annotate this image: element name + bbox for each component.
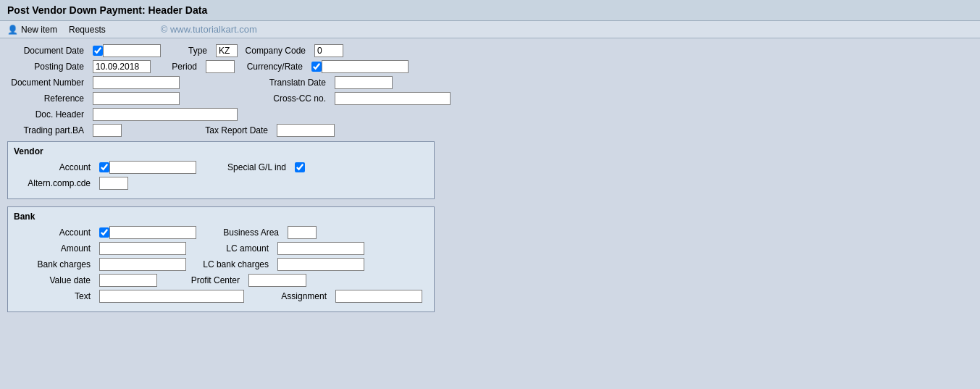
reference-label: Reference: [7, 93, 87, 104]
vendor-account-row: Account Special G/L ind: [14, 161, 428, 174]
page-title: Post Vendor Down Payment: Header Data: [7, 4, 207, 16]
bank-account-checkbox[interactable]: [99, 227, 109, 238]
bank-amount-row: Amount LC amount: [14, 242, 428, 255]
vendor-account-label: Account: [14, 162, 93, 172]
vendor-account-checkbox[interactable]: [99, 162, 109, 172]
tax-report-date-label: Tax Report Date: [162, 125, 271, 135]
period-label: Period: [156, 62, 200, 72]
trading-part-label: Trading part.BA: [7, 125, 87, 135]
text-label: Text: [14, 291, 93, 301]
bank-value-date-row: Value date Profit Center: [14, 274, 428, 287]
posting-date-input[interactable]: [93, 60, 151, 73]
company-code-input[interactable]: [314, 44, 343, 57]
vendor-altern-row: Altern.comp.cde: [14, 177, 428, 190]
value-date-label: Value date: [14, 275, 93, 285]
document-date-input[interactable]: [103, 44, 161, 57]
special-gl-label: Special G/L ind: [217, 162, 289, 172]
document-date-checkbox-cell: [93, 44, 161, 57]
lc-bank-charges-input[interactable]: [277, 258, 364, 271]
tax-report-date-input[interactable]: [277, 124, 335, 137]
title-bar: Post Vendor Down Payment: Header Data: [0, 0, 980, 21]
altern-input[interactable]: [99, 177, 128, 190]
person-icon: 👤: [7, 25, 18, 35]
toolbar: 👤 New item Requests © www.tutorialkart.c…: [0, 21, 980, 38]
text-input[interactable]: [99, 290, 244, 303]
translatn-date-input[interactable]: [335, 76, 393, 89]
vendor-section-title: Vendor: [14, 146, 428, 156]
bank-account-input[interactable]: [109, 226, 196, 239]
company-code-label: Company Code: [243, 46, 309, 56]
row-posting-date: Posting Date Period Currency/Rate: [7, 60, 973, 73]
row-document-date: Document Date Type Company Code: [7, 44, 973, 57]
requests-button[interactable]: Requests: [69, 25, 106, 35]
watermark: © www.tutorialkart.com: [161, 24, 257, 35]
reference-input[interactable]: [93, 92, 180, 105]
currency-rate-checkbox[interactable]: [311, 62, 322, 72]
vendor-account-input[interactable]: [109, 161, 196, 174]
new-item-button[interactable]: 👤 New item: [7, 25, 57, 35]
business-area-label: Business Area: [209, 227, 282, 238]
amount-input[interactable]: [99, 242, 186, 255]
assignment-label: Assignment: [257, 291, 330, 301]
cross-cc-label: Cross-CC no.: [220, 93, 329, 104]
cross-cc-input[interactable]: [335, 92, 451, 105]
bank-section-title: Bank: [14, 212, 428, 222]
bank-text-row: Text Assignment: [14, 290, 428, 303]
assignment-input[interactable]: [335, 290, 422, 303]
amount-label: Amount: [14, 243, 93, 254]
profit-center-label: Profit Center: [170, 275, 243, 285]
altern-label: Altern.comp.cde: [14, 178, 93, 188]
document-number-label: Document Number: [7, 78, 87, 88]
vendor-account-checkbox-cell: [99, 161, 196, 174]
vendor-section: Vendor Account Special G/L ind Altern.co…: [7, 141, 435, 199]
document-date-label: Document Date: [7, 46, 87, 56]
profit-center-input[interactable]: [248, 274, 306, 287]
doc-header-label: Doc. Header: [7, 109, 87, 120]
bank-charges-label: Bank charges: [14, 259, 93, 269]
main-content: Document Date Type Company Code Posting …: [0, 38, 980, 325]
bank-charges-input[interactable]: [99, 258, 186, 271]
translatn-date-label: Translatn Date: [220, 78, 329, 88]
currency-rate-input[interactable]: [322, 60, 409, 73]
row-trading-part: Trading part.BA Tax Report Date: [7, 124, 973, 137]
type-input[interactable]: [216, 44, 238, 57]
bank-account-row: Account Business Area: [14, 226, 428, 239]
lc-amount-input[interactable]: [277, 242, 364, 255]
row-doc-header: Doc. Header: [7, 108, 973, 121]
document-date-checkbox[interactable]: [93, 46, 103, 56]
lc-amount-label: LC amount: [199, 243, 272, 254]
posting-date-label: Posting Date: [7, 62, 87, 72]
currency-rate-checkbox-cell: [311, 60, 409, 73]
bank-charges-row: Bank charges LC bank charges: [14, 258, 428, 271]
lc-bank-charges-label: LC bank charges: [199, 259, 272, 269]
row-reference: Reference Cross-CC no.: [7, 92, 973, 105]
header-fields: Document Date Type Company Code Posting …: [7, 44, 973, 137]
value-date-input[interactable]: [99, 274, 157, 287]
business-area-input[interactable]: [288, 226, 317, 239]
bank-section: Bank Account Business Area Amount LC amo…: [7, 206, 435, 312]
row-document-number: Document Number Translatn Date: [7, 76, 973, 89]
special-gl-checkbox[interactable]: [295, 162, 305, 172]
document-number-input[interactable]: [93, 76, 180, 89]
trading-part-input[interactable]: [93, 124, 122, 137]
doc-header-input[interactable]: [93, 108, 238, 121]
type-label: Type: [167, 46, 210, 56]
bank-account-label: Account: [14, 227, 93, 238]
bank-account-checkbox-cell: [99, 226, 196, 239]
currency-rate-label: Currency/Rate: [240, 62, 306, 72]
period-input[interactable]: [206, 60, 235, 73]
